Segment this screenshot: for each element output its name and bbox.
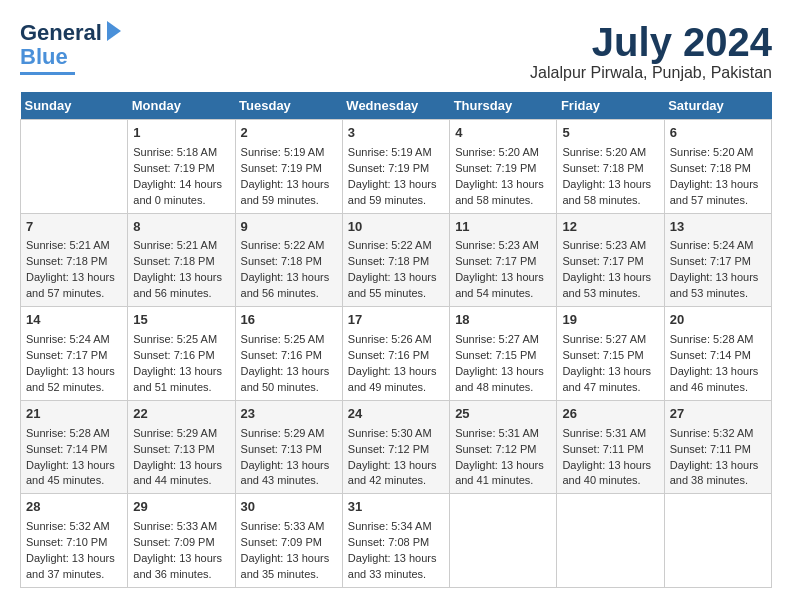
day-number: 14 bbox=[26, 311, 122, 330]
calendar-cell: 1Sunrise: 5:18 AMSunset: 7:19 PMDaylight… bbox=[128, 120, 235, 214]
calendar-cell bbox=[557, 494, 664, 588]
day-info-line: Sunset: 7:13 PM bbox=[241, 442, 337, 458]
calendar-cell: 16Sunrise: 5:25 AMSunset: 7:16 PMDayligh… bbox=[235, 307, 342, 401]
day-info-line: Daylight: 13 hours bbox=[348, 364, 444, 380]
calendar-cell bbox=[664, 494, 771, 588]
day-info-line: Sunset: 7:19 PM bbox=[348, 161, 444, 177]
day-info-line: Daylight: 13 hours bbox=[348, 458, 444, 474]
day-number: 8 bbox=[133, 218, 229, 237]
day-info-line: and 44 minutes. bbox=[133, 473, 229, 489]
day-info-line: Sunrise: 5:26 AM bbox=[348, 332, 444, 348]
week-row-4: 21Sunrise: 5:28 AMSunset: 7:14 PMDayligh… bbox=[21, 400, 772, 494]
day-info-line: Sunset: 7:12 PM bbox=[455, 442, 551, 458]
day-info-line: Sunset: 7:10 PM bbox=[26, 535, 122, 551]
day-info-line: Sunrise: 5:18 AM bbox=[133, 145, 229, 161]
week-row-5: 28Sunrise: 5:32 AMSunset: 7:10 PMDayligh… bbox=[21, 494, 772, 588]
week-row-2: 7Sunrise: 5:21 AMSunset: 7:18 PMDaylight… bbox=[21, 213, 772, 307]
day-info-line: Sunset: 7:17 PM bbox=[562, 254, 658, 270]
day-number: 17 bbox=[348, 311, 444, 330]
day-number: 12 bbox=[562, 218, 658, 237]
day-number: 21 bbox=[26, 405, 122, 424]
day-info-line: Sunrise: 5:21 AM bbox=[133, 238, 229, 254]
day-info-line: Sunrise: 5:27 AM bbox=[455, 332, 551, 348]
day-info-line: Sunset: 7:16 PM bbox=[133, 348, 229, 364]
day-number: 31 bbox=[348, 498, 444, 517]
logo-underline bbox=[20, 72, 75, 75]
day-info-line: and 57 minutes. bbox=[670, 193, 766, 209]
day-info-line: and 35 minutes. bbox=[241, 567, 337, 583]
day-info-line: Sunrise: 5:33 AM bbox=[133, 519, 229, 535]
calendar-cell: 17Sunrise: 5:26 AMSunset: 7:16 PMDayligh… bbox=[342, 307, 449, 401]
day-info-line: Sunrise: 5:20 AM bbox=[670, 145, 766, 161]
day-info-line: Daylight: 13 hours bbox=[455, 458, 551, 474]
title-block: July 2024 Jalalpur Pirwala, Punjab, Paki… bbox=[530, 20, 772, 82]
week-row-3: 14Sunrise: 5:24 AMSunset: 7:17 PMDayligh… bbox=[21, 307, 772, 401]
day-number: 25 bbox=[455, 405, 551, 424]
calendar-cell: 14Sunrise: 5:24 AMSunset: 7:17 PMDayligh… bbox=[21, 307, 128, 401]
calendar-cell: 2Sunrise: 5:19 AMSunset: 7:19 PMDaylight… bbox=[235, 120, 342, 214]
day-info-line: Sunset: 7:18 PM bbox=[348, 254, 444, 270]
day-number: 16 bbox=[241, 311, 337, 330]
calendar-cell: 18Sunrise: 5:27 AMSunset: 7:15 PMDayligh… bbox=[450, 307, 557, 401]
week-row-1: 1Sunrise: 5:18 AMSunset: 7:19 PMDaylight… bbox=[21, 120, 772, 214]
day-info-line: and 37 minutes. bbox=[26, 567, 122, 583]
calendar-cell: 29Sunrise: 5:33 AMSunset: 7:09 PMDayligh… bbox=[128, 494, 235, 588]
day-info-line: Sunset: 7:18 PM bbox=[562, 161, 658, 177]
calendar-cell bbox=[21, 120, 128, 214]
calendar-cell: 27Sunrise: 5:32 AMSunset: 7:11 PMDayligh… bbox=[664, 400, 771, 494]
day-number: 1 bbox=[133, 124, 229, 143]
logo-blue-text: Blue bbox=[20, 44, 68, 70]
calendar-header-row: SundayMondayTuesdayWednesdayThursdayFrid… bbox=[21, 92, 772, 120]
calendar-cell: 7Sunrise: 5:21 AMSunset: 7:18 PMDaylight… bbox=[21, 213, 128, 307]
calendar-cell: 12Sunrise: 5:23 AMSunset: 7:17 PMDayligh… bbox=[557, 213, 664, 307]
day-info-line: Daylight: 13 hours bbox=[241, 458, 337, 474]
header-monday: Monday bbox=[128, 92, 235, 120]
day-info-line: and 58 minutes. bbox=[562, 193, 658, 209]
day-number: 2 bbox=[241, 124, 337, 143]
header-friday: Friday bbox=[557, 92, 664, 120]
day-number: 9 bbox=[241, 218, 337, 237]
day-info-line: Sunset: 7:19 PM bbox=[133, 161, 229, 177]
day-info-line: Sunrise: 5:22 AM bbox=[348, 238, 444, 254]
day-number: 5 bbox=[562, 124, 658, 143]
day-info-line: Daylight: 13 hours bbox=[241, 177, 337, 193]
day-info-line: and 50 minutes. bbox=[241, 380, 337, 396]
day-number: 20 bbox=[670, 311, 766, 330]
day-number: 18 bbox=[455, 311, 551, 330]
day-info-line: and 43 minutes. bbox=[241, 473, 337, 489]
day-info-line: Sunrise: 5:27 AM bbox=[562, 332, 658, 348]
day-info-line: and 53 minutes. bbox=[670, 286, 766, 302]
calendar-cell: 26Sunrise: 5:31 AMSunset: 7:11 PMDayligh… bbox=[557, 400, 664, 494]
day-info-line: Sunset: 7:15 PM bbox=[562, 348, 658, 364]
day-info-line: Daylight: 13 hours bbox=[348, 551, 444, 567]
day-info-line: Daylight: 13 hours bbox=[670, 177, 766, 193]
day-info-line: Sunset: 7:17 PM bbox=[26, 348, 122, 364]
day-info-line: Daylight: 13 hours bbox=[562, 364, 658, 380]
day-info-line: and 59 minutes. bbox=[348, 193, 444, 209]
day-info-line: Sunrise: 5:29 AM bbox=[241, 426, 337, 442]
day-info-line: Sunrise: 5:25 AM bbox=[241, 332, 337, 348]
day-info-line: Daylight: 13 hours bbox=[26, 270, 122, 286]
day-info-line: and 57 minutes. bbox=[26, 286, 122, 302]
day-info-line: Daylight: 13 hours bbox=[133, 551, 229, 567]
day-info-line: Daylight: 13 hours bbox=[455, 364, 551, 380]
day-info-line: Sunrise: 5:24 AM bbox=[670, 238, 766, 254]
day-info-line: Sunrise: 5:19 AM bbox=[348, 145, 444, 161]
day-number: 22 bbox=[133, 405, 229, 424]
day-info-line: and 55 minutes. bbox=[348, 286, 444, 302]
calendar-cell: 30Sunrise: 5:33 AMSunset: 7:09 PMDayligh… bbox=[235, 494, 342, 588]
day-info-line: Sunrise: 5:34 AM bbox=[348, 519, 444, 535]
header-wednesday: Wednesday bbox=[342, 92, 449, 120]
day-info-line: Sunrise: 5:32 AM bbox=[670, 426, 766, 442]
day-info-line: Sunrise: 5:31 AM bbox=[455, 426, 551, 442]
calendar-cell: 4Sunrise: 5:20 AMSunset: 7:19 PMDaylight… bbox=[450, 120, 557, 214]
day-number: 3 bbox=[348, 124, 444, 143]
calendar-cell: 5Sunrise: 5:20 AMSunset: 7:18 PMDaylight… bbox=[557, 120, 664, 214]
calendar-cell: 23Sunrise: 5:29 AMSunset: 7:13 PMDayligh… bbox=[235, 400, 342, 494]
calendar-cell: 3Sunrise: 5:19 AMSunset: 7:19 PMDaylight… bbox=[342, 120, 449, 214]
day-number: 6 bbox=[670, 124, 766, 143]
day-number: 30 bbox=[241, 498, 337, 517]
day-info-line: and 40 minutes. bbox=[562, 473, 658, 489]
location-text: Jalalpur Pirwala, Punjab, Pakistan bbox=[530, 64, 772, 82]
header-sunday: Sunday bbox=[21, 92, 128, 120]
